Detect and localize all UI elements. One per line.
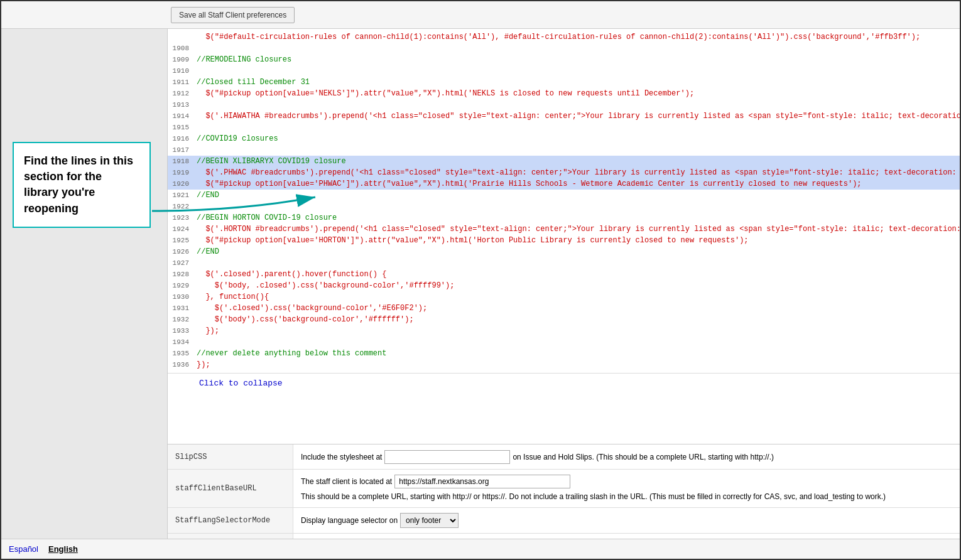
- save-preferences-button[interactable]: Save all Staff Client preferences: [171, 7, 295, 23]
- form-text-before: Include the stylesheet at: [301, 451, 382, 463]
- line-number: 1914: [168, 110, 194, 122]
- line-content: });: [194, 359, 960, 370]
- line-number: 1930: [168, 291, 194, 303]
- line-number: 1908: [168, 43, 194, 54]
- code-line: 1923//BEGIN HORTON COVID-19 closure: [168, 212, 960, 223]
- form-text-after: This should be a complete URL, starting …: [301, 491, 886, 502]
- code-line: 1916//COVID19 closures: [168, 133, 960, 144]
- form-input-staffclientbaseurl[interactable]: [394, 475, 570, 488]
- form-label: staffClientBaseURL: [168, 470, 293, 507]
- code-line: 1936});: [168, 359, 960, 370]
- code-editor[interactable]: $("#default-circulation-rules of cannon-…: [168, 29, 960, 444]
- line-content: $("#default-circulation-rules of cannon-…: [194, 31, 960, 43]
- code-line: 1929 $('body, .closed').css('background-…: [168, 280, 960, 291]
- line-number: 1932: [168, 314, 194, 325]
- form-select-stafflangselectormode[interactable]: only footeronly headerbothneither: [400, 513, 459, 528]
- line-number: 1934: [168, 337, 194, 348]
- form-value: The staff client is located atThis shoul…: [293, 470, 960, 507]
- language-bar: EspañolEnglish: [1, 539, 960, 559]
- line-number: 1925: [168, 235, 194, 246]
- form-row: StaffLangSelectorModeDisplay language se…: [168, 508, 960, 534]
- code-lines: $("#default-circulation-rules of cannon-…: [168, 29, 960, 373]
- form-row: SlipCSSInclude the stylesheet aton Issue…: [168, 444, 960, 470]
- form-value: Display language selector ononly footero…: [293, 508, 960, 533]
- line-number: 1918: [168, 156, 194, 167]
- code-line: 1933 });: [168, 325, 960, 337]
- language-español[interactable]: Español: [9, 544, 38, 554]
- line-content: //END: [194, 190, 960, 201]
- line-content: $('.HORTON #breadcrumbs').prepend('<h1 c…: [194, 223, 960, 235]
- line-number: 1935: [168, 348, 194, 359]
- line-content: //Closed till December 31: [194, 77, 960, 88]
- form-text-after: on Issue and Hold Slips. (This should be…: [513, 451, 774, 463]
- line-number: 1936: [168, 359, 194, 370]
- code-line: 1926//END: [168, 246, 960, 257]
- code-line: 1934: [168, 337, 960, 348]
- line-number: 1931: [168, 303, 194, 314]
- line-number: 1919: [168, 167, 194, 178]
- code-line: 1924 $('.HORTON #breadcrumbs').prepend('…: [168, 223, 960, 235]
- line-content: }, function(){: [194, 291, 960, 303]
- form-input-slipcss[interactable]: [384, 450, 510, 464]
- code-line: 1925 $("#pickup option[value='HORTON']")…: [168, 235, 960, 246]
- code-line: 1930 }, function(){: [168, 291, 960, 303]
- line-content: $('.PHWAC #breadcrumbs').prepend('<h1 cl…: [194, 167, 960, 178]
- language-english[interactable]: English: [48, 544, 78, 554]
- main-container: Find the lines in this section for the l…: [1, 29, 960, 559]
- code-line: 1910: [168, 65, 960, 77]
- line-number: 1920: [168, 178, 194, 190]
- code-line: 1911//Closed till December 31: [168, 77, 960, 88]
- code-line: 1932 $('body').css('background-color','#…: [168, 314, 960, 325]
- line-number: 1929: [168, 280, 194, 291]
- code-line: 1935//never delete anything below this c…: [168, 348, 960, 359]
- line-number: 1922: [168, 201, 194, 212]
- code-line: 1913: [168, 99, 960, 110]
- line-number: 1915: [168, 122, 194, 133]
- line-content: //BEGIN XLIBRARYX COVID19 closure: [194, 156, 960, 167]
- code-line: 1914 $('.HIAWATHA #breadcrumbs').prepend…: [168, 110, 960, 122]
- code-line: 1912 $("#pickup option[value='NEKLS']").…: [168, 88, 960, 99]
- annotation-box: Find the lines in this section for the l…: [13, 142, 151, 228]
- line-number: 1921: [168, 190, 194, 201]
- line-content: $("#pickup option[value='HORTON']").attr…: [194, 235, 960, 246]
- line-number: 1917: [168, 144, 194, 156]
- code-line: 1915: [168, 122, 960, 133]
- form-label: SlipCSS: [168, 444, 293, 469]
- collapse-bar: Click to collapse: [168, 373, 960, 393]
- code-line: 1909//REMODELING closures: [168, 54, 960, 65]
- line-content: //never delete anything below this comme…: [194, 348, 960, 359]
- line-number: 1924: [168, 223, 194, 235]
- line-number: 1933: [168, 325, 194, 337]
- line-content: $("#pickup option[value='NEKLS']").attr(…: [194, 88, 960, 99]
- line-number: 1923: [168, 212, 194, 223]
- code-line: 1919 $('.PHWAC #breadcrumbs').prepend('<…: [168, 167, 960, 178]
- code-line: 1927: [168, 257, 960, 269]
- line-content: $('.closed').parent().hover(function() {: [194, 269, 960, 280]
- code-line: 1921//END: [168, 190, 960, 201]
- line-content: //END: [194, 246, 960, 257]
- line-content: $('body').css('background-color','#fffff…: [194, 314, 960, 325]
- line-content: });: [194, 325, 960, 337]
- line-content: $("#pickup option[value='PHWAC']").attr(…: [194, 178, 960, 190]
- line-content: //BEGIN HORTON COVID-19 closure: [194, 212, 960, 223]
- line-number: 1911: [168, 77, 194, 88]
- code-line: $("#default-circulation-rules of cannon-…: [168, 31, 960, 43]
- annotation-text: Find the lines in this section for the l…: [24, 154, 133, 215]
- line-number: 1909: [168, 54, 194, 65]
- code-line: 1918//BEGIN XLIBRARYX COVID19 closure: [168, 156, 960, 167]
- code-line: 1908: [168, 43, 960, 54]
- form-text-before: Display language selector on: [301, 515, 398, 526]
- line-content: $('.HIAWATHA #breadcrumbs').prepend('<h1…: [194, 110, 960, 122]
- left-sidebar: Find the lines in this section for the l…: [1, 29, 168, 559]
- collapse-link[interactable]: Click to collapse: [199, 379, 283, 388]
- line-number: 1913: [168, 99, 194, 110]
- line-number: 1928: [168, 269, 194, 280]
- line-content: //REMODELING closures: [194, 54, 960, 65]
- line-number: 1926: [168, 246, 194, 257]
- line-content: $('body, .closed').css('background-color…: [194, 280, 960, 291]
- right-content: $("#default-circulation-rules of cannon-…: [168, 29, 960, 559]
- code-line: 1922: [168, 201, 960, 212]
- code-line: 1917: [168, 144, 960, 156]
- line-content: //COVID19 closures: [194, 133, 960, 144]
- form-text-before: The staff client is located at: [301, 476, 392, 487]
